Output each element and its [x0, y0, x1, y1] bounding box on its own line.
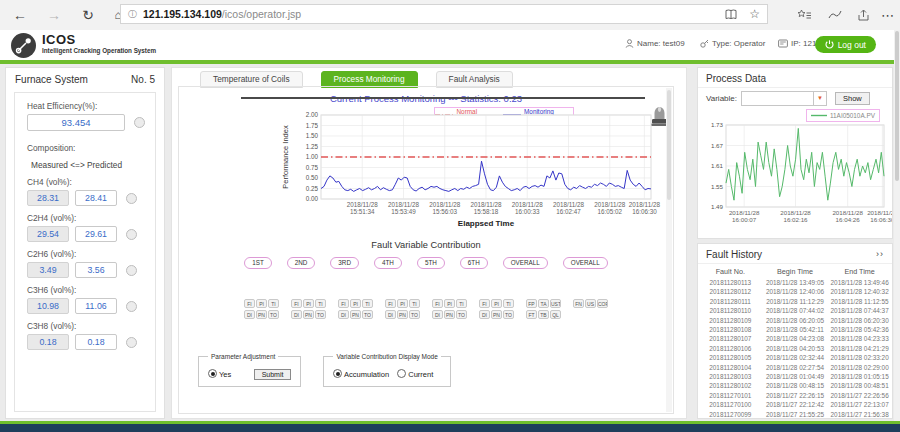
contribution-button-2nd[interactable]: 2ND — [287, 257, 316, 269]
info-circle-icon[interactable] — [126, 301, 137, 312]
variable-button[interactable]: DI — [244, 310, 255, 319]
info-circle-icon[interactable] — [126, 229, 137, 240]
contribution-button-6th[interactable]: 6TH — [460, 257, 488, 269]
table-row[interactable]: 2018112801132018/11/28 13:49:052018/11/2… — [698, 278, 892, 287]
table-row[interactable]: 2018112801052018/11/28 02:32:442018/11/2… — [698, 353, 892, 362]
variable-button[interactable]: TI — [409, 299, 420, 308]
variable-button[interactable]: FN — [573, 299, 584, 308]
variable-button[interactable]: PN — [350, 310, 361, 319]
back-icon[interactable]: ← — [6, 0, 34, 30]
variable-button[interactable]: TI — [456, 299, 467, 308]
variable-button[interactable]: TI — [268, 299, 279, 308]
variable-button[interactable]: PN — [397, 310, 408, 319]
variable-button[interactable]: PN — [303, 310, 314, 319]
contribution-button-overall[interactable]: OVERALL — [563, 257, 608, 269]
variable-button[interactable]: PI — [256, 299, 267, 308]
table-row[interactable]: 2018112801042018/11/28 02:27:542018/11/2… — [698, 363, 892, 372]
variable-button[interactable]: FI — [479, 299, 490, 308]
variable-button[interactable]: DI — [291, 310, 302, 319]
settings-more-icon[interactable]: ⋯ — [881, 0, 894, 30]
logout-button[interactable]: Log out — [815, 36, 876, 53]
show-button[interactable]: Show — [835, 92, 870, 105]
table-row[interactable]: 2018112801122018/11/28 12:40:062018/11/2… — [698, 287, 892, 296]
parameter-adjustment-option[interactable]: Yes — [208, 370, 231, 379]
predicted-value[interactable]: 29.61 — [75, 226, 117, 242]
variable-button[interactable]: DI — [432, 310, 443, 319]
annotate-pen-icon[interactable] — [828, 0, 842, 30]
display-mode-radio[interactable] — [397, 369, 406, 378]
variable-button[interactable]: QL — [550, 310, 561, 319]
variable-button[interactable]: TI — [503, 299, 514, 308]
table-row[interactable]: 2018112801072018/11/28 04:23:082018/11/2… — [698, 334, 892, 343]
contribution-button-overall[interactable]: OVERALL — [503, 257, 548, 269]
predicted-value[interactable]: 28.41 — [75, 190, 117, 206]
variable-button[interactable]: US — [585, 299, 596, 308]
display-mode-option[interactable]: Accumulation — [333, 370, 389, 379]
variable-button[interactable]: FT — [526, 310, 537, 319]
address-bar[interactable]: ⓘ 121.195.134.109/icos/operator.jsp ☆ — [120, 4, 768, 24]
variable-button[interactable]: TO — [315, 310, 326, 319]
variable-button[interactable]: PI — [444, 299, 455, 308]
table-row[interactable]: 2018112801062018/11/28 04:20:532018/11/2… — [698, 344, 892, 353]
forward-icon[interactable]: → — [40, 0, 68, 30]
variable-button[interactable]: COF — [597, 299, 608, 308]
display-mode-option[interactable]: Current — [397, 370, 433, 379]
table-row[interactable]: 2018112801082018/11/28 05:42:112018/11/2… — [698, 325, 892, 334]
variable-button[interactable]: TI — [362, 299, 373, 308]
variable-button[interactable]: DI — [479, 310, 490, 319]
variable-button[interactable]: DI — [338, 310, 349, 319]
measured-value[interactable]: 0.18 — [27, 334, 69, 350]
info-circle-icon[interactable] — [126, 193, 137, 204]
table-row[interactable]: 2018112801092018/11/28 06:20:052018/11/2… — [698, 316, 892, 325]
variable-button[interactable]: PI — [350, 299, 361, 308]
contribution-button-1st[interactable]: 1ST — [244, 257, 272, 269]
variable-button[interactable]: PI — [303, 299, 314, 308]
predicted-value[interactable]: 11.06 — [75, 298, 117, 314]
variable-button[interactable]: TO — [456, 310, 467, 319]
measured-value[interactable]: 10.98 — [27, 298, 69, 314]
favorites-hub-icon[interactable] — [797, 0, 812, 30]
variable-button[interactable]: FI — [338, 299, 349, 308]
table-row[interactable]: 2018112701012018/11/27 22:26:152018/11/2… — [698, 391, 892, 400]
measured-value[interactable]: 29.54 — [27, 226, 69, 242]
table-row[interactable]: 2018112700992018/11/27 21:55:252018/11/2… — [698, 410, 892, 419]
table-row[interactable]: 2018112701002018/11/27 22:12:422018/11/2… — [698, 400, 892, 409]
variable-button[interactable]: FI — [432, 299, 443, 308]
info-circle-icon[interactable] — [126, 265, 137, 276]
variable-button[interactable]: FI — [385, 299, 396, 308]
site-info-icon[interactable]: ⓘ — [128, 8, 137, 21]
variable-button[interactable]: PN — [444, 310, 455, 319]
variable-button[interactable]: FI — [291, 299, 302, 308]
table-row[interactable]: 2018112801032018/11/28 01:04:492018/11/2… — [698, 372, 892, 381]
panel-scrollbar[interactable] — [666, 88, 672, 412]
measured-value[interactable]: 28.31 — [27, 190, 69, 206]
variable-button[interactable]: TO — [362, 310, 373, 319]
variable-button[interactable]: TA — [538, 299, 549, 308]
contribution-button-4th[interactable]: 4TH — [374, 257, 402, 269]
variable-button[interactable]: FP — [526, 299, 537, 308]
contribution-button-3rd[interactable]: 3RD — [330, 257, 359, 269]
measured-value[interactable]: 3.49 — [27, 262, 69, 278]
predicted-value[interactable]: 3.56 — [75, 262, 117, 278]
info-circle-icon[interactable] — [134, 117, 145, 128]
info-circle-icon[interactable] — [126, 337, 137, 348]
window-scrollbar[interactable] — [894, 30, 900, 421]
chevron-down-icon[interactable]: ▼ — [813, 92, 826, 105]
heat-efficiency-value[interactable]: 93.454 — [27, 114, 125, 131]
table-row[interactable]: 2018112801112018/11/28 11:12:292018/11/2… — [698, 297, 892, 306]
fault-history-more-link[interactable]: ›› — [876, 249, 884, 260]
variable-button[interactable]: TO — [503, 310, 514, 319]
variable-button[interactable]: PI — [491, 299, 502, 308]
reading-view-icon[interactable] — [725, 9, 737, 20]
variable-button[interactable]: TB — [538, 310, 549, 319]
variable-button[interactable]: TI — [315, 299, 326, 308]
share-icon[interactable] — [857, 0, 870, 30]
variable-button[interactable]: TO — [268, 310, 279, 319]
variable-button[interactable]: UST — [550, 299, 561, 308]
predicted-value[interactable]: 0.18 — [75, 334, 117, 350]
variable-button[interactable]: PN — [256, 310, 267, 319]
variable-button[interactable]: PI — [397, 299, 408, 308]
table-row[interactable]: 2018112801022018/11/28 00:48:152018/11/2… — [698, 381, 892, 390]
variable-button[interactable]: PN — [491, 310, 502, 319]
contribution-button-5th[interactable]: 5TH — [417, 257, 445, 269]
